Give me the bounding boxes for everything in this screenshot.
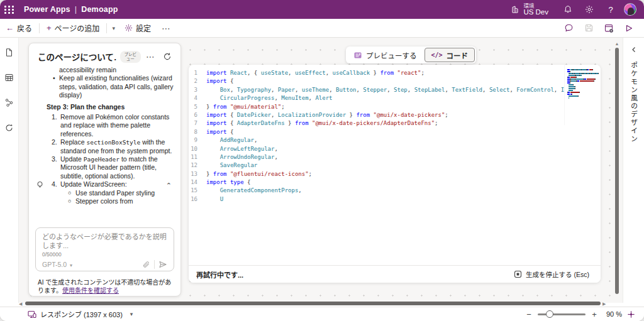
zoom-percentage: 90 % xyxy=(603,310,622,318)
toolbar-divider xyxy=(106,23,107,33)
vertical-scroll-thumb[interactable] xyxy=(615,48,619,294)
line-number: 1 xyxy=(189,69,206,77)
line-number: 2 xyxy=(189,77,206,85)
ai-numbered-item: 1.Remove all Pokémon color constants and… xyxy=(52,113,174,138)
responsive-screen-icon xyxy=(28,310,36,318)
code-line: 11 ArrowUndoRegular, xyxy=(189,153,601,161)
back-label: 戻る xyxy=(17,23,32,33)
user-avatar[interactable] xyxy=(624,3,636,16)
text-segment: Remove all Pokémon color constants and r… xyxy=(60,113,169,138)
terms-link[interactable]: 使用条件を確認する xyxy=(62,287,119,294)
notifications-button[interactable] xyxy=(557,0,579,19)
minimap[interactable] xyxy=(564,65,601,125)
canvas-horizontal-scrollbar[interactable]: ◀ ▶ xyxy=(0,301,644,307)
expand-panel-chevron-icon[interactable] xyxy=(631,46,637,53)
code-line: 4 CircularProgress, MenuItem, Alert xyxy=(189,94,601,102)
code-text: } from "@fluentui/react-icons"; xyxy=(206,170,601,178)
zoom-slider[interactable] xyxy=(538,310,586,318)
code-line: 6import { DatePicker, LocalizationProvid… xyxy=(189,111,601,119)
stop-icon xyxy=(514,270,522,278)
environment-label: 環境 xyxy=(523,3,548,9)
code-text: ArrowLeftRegular, xyxy=(206,145,601,153)
ai-panel-refresh-button[interactable] xyxy=(160,50,174,63)
inline-code: sectionBoxStyle xyxy=(86,139,140,146)
building-icon xyxy=(511,5,519,14)
line-number: 9 xyxy=(189,136,206,144)
code-line: 1import React, { useState, useEffect, us… xyxy=(189,69,601,77)
ai-copilot-panel: このページについて… プレビ ュー ⋯ accessibility remain… xyxy=(28,43,181,297)
code-toggle-button[interactable]: </> コード xyxy=(425,48,475,62)
zoom-slider-thumb[interactable] xyxy=(546,310,553,318)
stop-generation-button[interactable]: 生成を停止する (Esc) xyxy=(510,268,593,281)
ai-regenerate-nav-button[interactable] xyxy=(3,121,16,134)
code-line: 13} from "@fluentui/react-icons"; xyxy=(189,170,601,178)
zoom-in-button[interactable]: + xyxy=(591,310,598,319)
code-line: 5} from "@mui/material"; xyxy=(189,103,601,111)
add-page-dropdown-chevron[interactable]: ▾ xyxy=(108,25,119,31)
ai-numbered-item: 2.Replace sectionBoxStyle with the stand… xyxy=(52,138,174,155)
prompt-action-icons xyxy=(142,260,167,269)
code-line: 9 AddRegular, xyxy=(189,136,601,144)
line-number: 14 xyxy=(189,178,206,187)
code-lines[interactable]: 1import React, { useState, useEffect, us… xyxy=(189,65,601,265)
ai-step-heading: Step 3: Plan the changes xyxy=(47,103,174,111)
input-icon-divider xyxy=(154,260,155,269)
add-page-label: ページの追加 xyxy=(55,23,100,33)
save-button-disabled[interactable] xyxy=(580,21,597,36)
fit-to-screen-icon[interactable] xyxy=(627,310,635,318)
settings-gear-button[interactable] xyxy=(579,0,600,19)
table-icon xyxy=(4,73,14,82)
zoom-out-button[interactable]: − xyxy=(525,310,533,319)
environment-text: 環境 US Dev xyxy=(523,3,548,16)
preview-toggle-button[interactable]: プレビューする xyxy=(347,48,423,62)
gear-icon xyxy=(585,5,594,14)
command-bar: ← 戻る + ページの追加 ▾ 設定 ⋯ xyxy=(0,19,644,38)
settings-button[interactable]: 設定 xyxy=(119,19,157,37)
responsive-size-selector[interactable]: レスポンシブ (1397 x 603) ▾ xyxy=(28,309,136,319)
canvas-vertical-scrollbar[interactable]: ▲ xyxy=(614,41,619,298)
line-number: 13 xyxy=(189,170,206,178)
collapse-section-chevron[interactable]: ⌃ xyxy=(166,182,172,190)
attach-paperclip-icon[interactable] xyxy=(142,261,150,269)
comments-button[interactable] xyxy=(560,21,577,36)
line-number: 10 xyxy=(189,145,206,153)
model-name: GPT-5.0 xyxy=(42,261,67,268)
publish-button[interactable] xyxy=(600,21,618,36)
ai-disclaimer: AI で生成されたコンテンツは不適切な場合があります。使用条件を確認する xyxy=(38,278,173,295)
environment-picker[interactable]: 環境 US Dev xyxy=(502,0,557,19)
line-number: 12 xyxy=(189,161,206,170)
ai-panel-title: このページについて… xyxy=(38,50,116,63)
ai-panel-more-button[interactable]: ⋯ xyxy=(145,52,157,62)
help-button[interactable]: ? xyxy=(600,0,621,19)
data-nav-button[interactable] xyxy=(3,70,16,84)
play-preview-button[interactable] xyxy=(620,21,638,36)
code-text: import { DatePicker, LocalizationProvide… xyxy=(206,111,601,119)
main-region: このページについて… プレビ ュー ⋯ accessibility remain… xyxy=(0,38,644,303)
model-dropdown-chevron: ▾ xyxy=(69,263,74,268)
waffle-menu-button[interactable] xyxy=(0,0,19,19)
flows-nav-button[interactable] xyxy=(3,95,16,109)
send-icon[interactable] xyxy=(158,260,167,269)
pages-nav-button[interactable] xyxy=(3,45,16,59)
back-button[interactable]: ← 戻る xyxy=(0,19,38,37)
add-page-button[interactable]: + ページの追加 xyxy=(41,19,105,37)
ai-sub-bullet-item: ○Use standard Paper styling xyxy=(68,189,174,197)
toolbar-overflow-button[interactable]: ⋯ xyxy=(157,23,176,33)
character-counter: 0/50000 xyxy=(42,251,167,258)
comment-icon xyxy=(564,23,574,33)
line-number: 7 xyxy=(189,119,206,128)
code-text: import { xyxy=(206,77,601,85)
ai-prompt-input[interactable]: どのようなページが必要であるかを説明します... 0/50000 GPT-5.0… xyxy=(35,227,174,271)
preview-toggle-label: プレビューする xyxy=(366,50,417,60)
responsive-dropdown-chevron: ▾ xyxy=(126,311,137,317)
scroll-right-arrow[interactable]: ▶ xyxy=(602,301,606,307)
zoom-slider-track[interactable] xyxy=(538,313,586,315)
code-editor-footer: 再試行中です... 生成を停止する (Esc) xyxy=(189,265,601,283)
scroll-left-arrow[interactable]: ◀ xyxy=(19,301,22,307)
app-name: Demoapp xyxy=(81,5,118,14)
design-canvas[interactable]: このページについて… プレビ ュー ⋯ accessibility remain… xyxy=(19,38,623,303)
horizontal-scroll-thumb[interactable] xyxy=(25,302,601,305)
model-selector[interactable]: GPT-5.0 ▾ xyxy=(42,261,74,268)
scroll-up-arrow[interactable]: ▲ xyxy=(614,41,619,46)
save-icon xyxy=(584,23,594,33)
